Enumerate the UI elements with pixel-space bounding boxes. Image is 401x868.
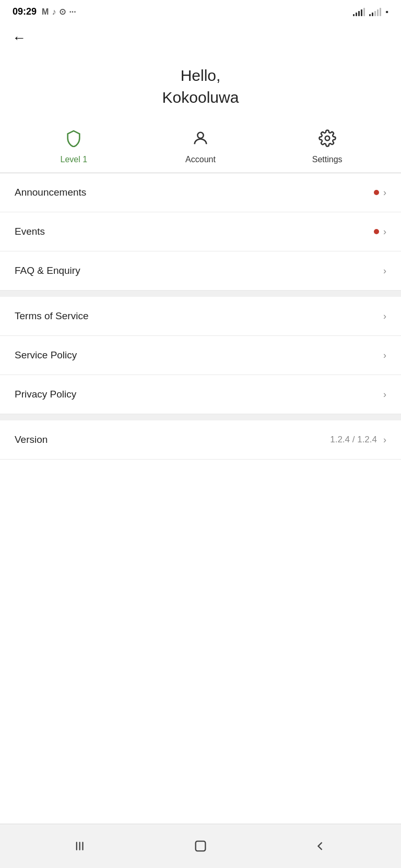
menu-item-left: Service Policy — [15, 349, 77, 361]
signal-icon — [353, 8, 365, 16]
menu-item-left: Announcements — [15, 187, 86, 198]
tab-settings-label: Settings — [312, 155, 343, 164]
shield-icon — [65, 129, 82, 151]
mail-icon: M — [42, 7, 49, 17]
menu-item-right: › — [374, 226, 386, 237]
chevron-right-icon: › — [383, 311, 386, 322]
menu-item-faq[interactable]: FAQ & Enquiry › — [0, 251, 401, 291]
nav-menu-button[interactable] — [63, 834, 99, 859]
menu-item-right: › — [383, 311, 386, 322]
tab-level[interactable]: Level 1 — [10, 129, 137, 173]
menu-item-right: › — [383, 266, 386, 276]
status-time: 09:29 M ♪ ⊙ ··· — [13, 6, 76, 17]
menu-item-privacy[interactable]: Privacy Policy › — [0, 375, 401, 414]
service-policy-label: Service Policy — [15, 349, 77, 361]
header: Hello, Kokooluwa — [0, 54, 401, 124]
chevron-right-icon: › — [383, 435, 386, 445]
status-bar: 09:29 M ♪ ⊙ ··· ▪ — [0, 0, 401, 21]
whatsapp-icon: ⊙ — [59, 7, 66, 17]
menu-item-left: FAQ & Enquiry — [15, 265, 80, 276]
greeting: Hello, Kokooluwa — [13, 65, 388, 108]
section-divider-2 — [0, 414, 401, 420]
person-icon — [192, 129, 209, 151]
menu-item-left: Events — [15, 226, 45, 237]
menu-item-right: › — [374, 187, 386, 198]
menu-group-1: Announcements › Events › FAQ & Enquiry › — [0, 173, 401, 291]
music-icon: ♪ — [52, 7, 56, 17]
svg-rect-5 — [196, 841, 206, 851]
chevron-right-icon: › — [383, 350, 386, 361]
faq-label: FAQ & Enquiry — [15, 265, 80, 276]
version-value: 1.2.4 / 1.2.4 — [330, 435, 377, 445]
menu-group-3: Version 1.2.4 / 1.2.4 › — [0, 420, 401, 460]
back-arrow-icon: ← — [13, 30, 26, 45]
menu-item-left: Version — [15, 434, 48, 445]
menu-item-version[interactable]: Version 1.2.4 / 1.2.4 › — [0, 420, 401, 460]
section-divider-1 — [0, 291, 401, 297]
tab-account-label: Account — [185, 155, 216, 164]
content-spacer — [0, 460, 401, 824]
chevron-right-icon: › — [383, 187, 386, 198]
chevron-right-icon: › — [383, 226, 386, 237]
menu-item-terms[interactable]: Terms of Service › — [0, 297, 401, 336]
signal2-icon — [369, 8, 381, 16]
terms-label: Terms of Service — [15, 310, 88, 322]
version-label: Version — [15, 434, 48, 445]
privacy-label: Privacy Policy — [15, 389, 76, 400]
menu-item-left: Terms of Service — [15, 310, 88, 322]
menu-lines-icon — [74, 839, 88, 853]
announcements-label: Announcements — [15, 187, 86, 198]
menu-item-right: 1.2.4 / 1.2.4 › — [330, 435, 386, 445]
greeting-line2: Kokooluwa — [13, 87, 388, 108]
status-app-icons: M ♪ ⊙ ··· — [42, 7, 76, 17]
back-button[interactable]: ← — [0, 21, 401, 54]
menu-item-service-policy[interactable]: Service Policy › — [0, 336, 401, 375]
nav-home-button[interactable] — [183, 834, 218, 859]
menu-item-right: › — [383, 389, 386, 400]
notification-dot-announcements — [374, 190, 379, 195]
menu-item-announcements[interactable]: Announcements › — [0, 173, 401, 212]
tab-navigation: Level 1 Account Settings — [0, 124, 401, 173]
tab-level-label: Level 1 — [61, 155, 88, 164]
notification-dot-events — [374, 229, 379, 234]
menu-group-2: Terms of Service › Service Policy › Priv… — [0, 297, 401, 414]
greeting-line1: Hello, — [13, 65, 388, 87]
nav-back-button[interactable] — [302, 834, 338, 859]
svg-point-0 — [197, 132, 203, 138]
battery-icon: ▪ — [385, 7, 388, 17]
status-right-icons: ▪ — [353, 7, 388, 17]
bottom-navigation — [0, 824, 401, 868]
tab-settings[interactable]: Settings — [264, 129, 391, 173]
chevron-right-icon: › — [383, 389, 386, 400]
chevron-right-icon: › — [383, 266, 386, 276]
back-chevron-icon — [313, 839, 327, 853]
events-label: Events — [15, 226, 45, 237]
more-icon: ··· — [69, 7, 76, 17]
svg-point-1 — [325, 136, 329, 141]
gear-icon — [319, 129, 336, 151]
home-square-icon — [193, 839, 208, 853]
time-display: 09:29 — [13, 6, 37, 17]
menu-item-events[interactable]: Events › — [0, 212, 401, 251]
tab-account[interactable]: Account — [137, 129, 264, 173]
menu-item-left: Privacy Policy — [15, 389, 76, 400]
menu-item-right: › — [383, 350, 386, 361]
